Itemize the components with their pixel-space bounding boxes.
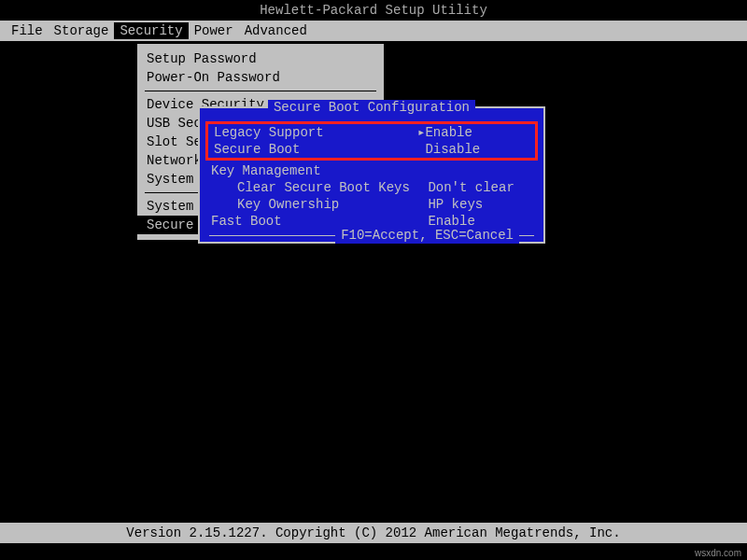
dialog-footer: F10=Accept, ESC=Cancel [209,235,534,236]
option-value: Don't clear [420,179,532,196]
menu-advanced[interactable]: Advanced [239,22,313,39]
watermark: wsxdn.com [695,548,741,558]
option-legacy-support[interactable]: Legacy Support▸Enable [212,124,531,141]
option-label: Secure Boot [214,141,417,158]
option-clear-secure-boot-keys[interactable]: Clear Secure Boot Keys Don't clear [209,179,534,196]
option-value: ▸Enable [417,124,529,141]
option-secure-boot[interactable]: Secure Boot Disable [212,141,531,158]
menu-storage[interactable]: Storage [49,22,115,39]
menu-divider [145,91,376,91]
option-key-ownership[interactable]: Key Ownership HP keys [209,196,534,213]
option-key-management: Key Management [209,162,534,179]
option-value: HP keys [420,196,532,213]
highlight-box: Legacy Support▸EnableSecure Boot Disable [205,121,538,161]
status-bar: Version 2.15.1227. Copyright (C) 2012 Am… [0,523,747,543]
option-label: Legacy Support [214,124,417,141]
dialog-title: Secure Boot Configuration [200,99,543,116]
option-label: Key Ownership [211,196,420,213]
dialog-body: Legacy Support▸EnableSecure Boot Disable… [209,121,534,230]
menu-item-power-on-password[interactable]: Power-On Password [137,68,384,87]
option-label: Key Management [211,162,420,179]
menu-power[interactable]: Power [189,22,239,39]
menubar: FileStorageSecurityPowerAdvanced [0,21,747,41]
option-label: Clear Secure Boot Keys [211,179,420,196]
menu-security[interactable]: Security [114,22,188,39]
menu-item-setup-password[interactable]: Setup Password [137,49,384,68]
option-value [420,162,532,179]
secure-boot-dialog: Secure Boot Configuration Legacy Support… [198,106,545,244]
option-value: Disable [417,141,529,158]
window-title: Hewlett-Packard Setup Utility [0,0,747,21]
menu-file[interactable]: File [6,22,49,39]
